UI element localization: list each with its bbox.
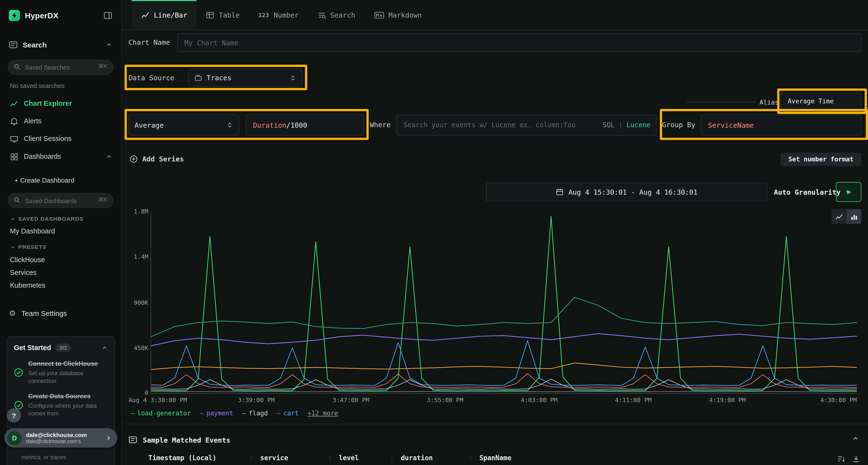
legend-item[interactable]: —load-generator <box>131 409 191 417</box>
chart-line-icon <box>10 99 18 107</box>
legend-label: cart <box>283 409 299 417</box>
x-axis-tick: 4:30:00 PM <box>820 397 857 404</box>
tab-search[interactable]: Search <box>308 0 365 30</box>
plus-circle-icon <box>129 155 138 163</box>
tab-number[interactable]: 123 Number <box>249 0 308 30</box>
markdown-icon <box>374 11 384 19</box>
chevron-up-icon[interactable] <box>106 41 113 48</box>
sql-language-toggle[interactable]: SQL <box>603 121 615 129</box>
collapse-sidebar-icon[interactable] <box>103 11 112 20</box>
sidebar-item-services[interactable]: Services <box>10 266 121 279</box>
tab-markdown[interactable]: Markdown <box>365 0 431 30</box>
sample-events-header[interactable]: Sample Matched Events <box>128 432 230 448</box>
sidebar-item-clickhouse[interactable]: ClickHouse <box>10 254 121 266</box>
where-label: Where <box>370 114 391 135</box>
chevron-down-icon <box>10 216 16 222</box>
chart-name-label: Chart Name <box>128 33 170 52</box>
data-source-select[interactable]: Traces <box>188 69 302 87</box>
legend-item[interactable]: —flagd <box>242 409 268 417</box>
saved-dashboards-input[interactable] <box>8 193 114 208</box>
field-expression-input[interactable]: Duration/1000 <box>246 114 364 135</box>
create-dashboard-button[interactable]: + Create Dashboard <box>14 173 121 188</box>
search-icon <box>13 63 21 70</box>
chart-plot-area[interactable] <box>151 211 857 394</box>
app-window: HyperDX Search ⌘K No saved searches Char… <box>0 0 868 465</box>
get-started-item-desc: Configure where your data comes from <box>28 402 108 417</box>
get-started-item[interactable]: Connect to ClickHouse Set up your databa… <box>14 360 108 385</box>
column-header-spanname[interactable]: SpanName <box>479 454 512 462</box>
legend-dash: — <box>200 409 204 417</box>
avatar: D <box>7 431 22 445</box>
column-header-level[interactable]: level <box>339 454 383 462</box>
group-label-text: PRESETS <box>18 244 46 250</box>
chart-name-input[interactable] <box>178 34 861 51</box>
tab-line-bar[interactable]: Line/Bar <box>132 0 196 30</box>
column-header-service[interactable]: service <box>260 454 321 462</box>
column-header-duration[interactable]: duration <box>401 454 462 462</box>
sidebar-item-chart-explorer[interactable]: Chart Explorer <box>0 95 121 112</box>
legend-dash: — <box>277 409 281 417</box>
chevron-up-icon[interactable] <box>101 344 108 351</box>
saved-searches-search: ⌘K <box>8 60 114 75</box>
nav-label: Chart Explorer <box>24 100 72 107</box>
chart-name-field <box>177 33 862 52</box>
alias-label: Alias <box>760 99 779 106</box>
user-email: dale@clickhouse.com <box>26 432 101 438</box>
search-section-header[interactable]: Search <box>0 35 121 54</box>
y-axis-tick: 900K <box>122 299 148 306</box>
aggregation-select[interactable]: Average <box>128 114 239 135</box>
run-query-button[interactable] <box>836 182 862 202</box>
legend-item[interactable]: —payment <box>200 409 234 417</box>
sidebar-item-alerts[interactable]: Alerts <box>0 112 121 130</box>
legend-item[interactable]: —cart <box>277 409 299 417</box>
column-settings-icon[interactable] <box>837 455 845 463</box>
add-series-button[interactable]: Add Series <box>129 152 184 166</box>
tab-table[interactable]: Table <box>197 0 249 30</box>
get-started-item[interactable]: Create Data Sources Configure where your… <box>14 392 108 417</box>
lucene-language-toggle[interactable]: Lucene <box>626 121 651 129</box>
x-axis-tick: 4:11:00 PM <box>615 397 651 404</box>
add-series-label: Add Series <box>142 155 184 163</box>
sidebar-item-client-sessions[interactable]: Client Sessions <box>0 130 121 148</box>
get-started-title: Get Started <box>14 344 51 352</box>
chevron-up-icon[interactable] <box>106 153 113 160</box>
column-separator: ⋮ <box>389 454 396 462</box>
user-menu[interactable]: D dale@clickhouse.com dale@clickhouse.co… <box>4 428 117 447</box>
sidebar-item-my-dashboard[interactable]: My Dashboard <box>10 226 121 236</box>
set-number-format-button[interactable]: Set number format <box>780 153 861 166</box>
saved-dashboards-group[interactable]: SAVED DASHBOARDS <box>10 215 121 222</box>
aggregation-value: Average <box>134 121 164 129</box>
y-axis-tick: 450K <box>122 344 148 352</box>
list-panel-icon <box>128 435 137 444</box>
saved-dashboards-search: ⌘K <box>8 193 114 208</box>
shortcut-hint: ⌘K <box>98 196 107 202</box>
legend-more-link[interactable]: +12 more <box>307 409 338 417</box>
sidebar-item-kubernetes[interactable]: Kubernetes <box>10 279 121 292</box>
sidebar-item-team-settings[interactable]: ⚙ Team Settings <box>9 305 121 322</box>
sidebar-item-dashboards[interactable]: Dashboards <box>0 148 121 165</box>
x-axis: Aug 4 3:30:00 PM 3:39:00 PM 3:47:00 PM 3… <box>151 397 857 404</box>
date-range-picker[interactable]: Aug 4 15:30:01 - Aug 4 16:30:01 <box>486 182 767 201</box>
group-by-input[interactable]: ServiceName <box>701 114 862 135</box>
help-button[interactable]: ? <box>7 408 21 423</box>
alias-input[interactable] <box>781 94 861 109</box>
presets-group[interactable]: PRESETS <box>10 244 121 250</box>
editor-tab-bar: Line/Bar Table 123 Number Search Markdow… <box>122 0 868 30</box>
sample-events-title: Sample Matched Events <box>143 436 230 444</box>
nav-label: Alerts <box>24 117 41 125</box>
select-updown-icon <box>226 122 233 128</box>
events-table-actions <box>837 455 860 463</box>
chart-legend: —load-generator —payment —flagd —cart +1… <box>131 409 338 417</box>
column-header-timestamp[interactable]: Timestamp (Local) <box>148 454 242 462</box>
saved-searches-input[interactable] <box>8 60 114 75</box>
nav-label: Client Sessions <box>24 135 72 143</box>
chevron-up-icon[interactable] <box>852 435 859 442</box>
events-table-header: Timestamp (Local) ⋮ service ⋮ level ⋮ du… <box>148 454 512 462</box>
x-axis-tick: 3:55:00 PM <box>427 397 463 404</box>
x-axis-tick: 4:03:00 PM <box>521 397 557 404</box>
monitor-icon <box>10 135 18 143</box>
search-section-label: Search <box>23 41 47 49</box>
chart-line-icon <box>141 11 149 19</box>
download-icon[interactable] <box>852 455 860 463</box>
shortcut-hint: ⌘K <box>98 63 107 69</box>
